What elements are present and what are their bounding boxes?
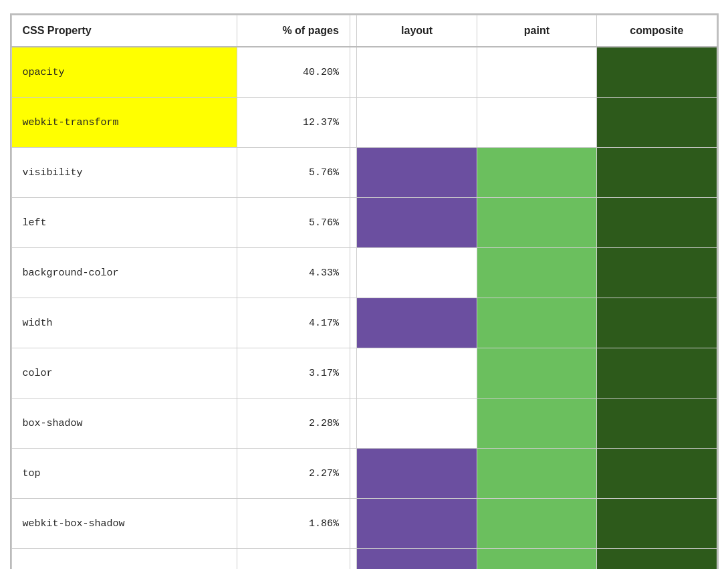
header-property: CSS Property (11, 15, 237, 47)
property-cell: height (11, 549, 237, 570)
gap-cell (350, 198, 357, 248)
gap-cell (350, 399, 357, 449)
paint-cell (477, 499, 596, 549)
layout-cell (357, 298, 477, 348)
percent-cell: 4.17% (237, 298, 350, 348)
paint-cell (477, 198, 596, 248)
layout-cell (357, 348, 477, 399)
paint-cell (477, 47, 596, 98)
property-cell: top (11, 449, 237, 499)
composite-cell (597, 499, 717, 549)
property-cell: webkit-box-shadow (11, 499, 237, 549)
paint-cell (477, 248, 596, 298)
layout-cell (357, 499, 477, 549)
percent-cell: 1.86% (237, 499, 350, 549)
property-cell: visibility (11, 148, 237, 198)
gap-cell (350, 348, 357, 399)
property-cell: left (11, 198, 237, 248)
table-row: top2.27% (11, 449, 717, 499)
gap-cell (350, 499, 357, 549)
composite-cell (597, 198, 717, 248)
composite-cell (597, 148, 717, 198)
percent-cell: 2.28% (237, 399, 350, 449)
composite-cell (597, 298, 717, 348)
percent-cell: 12.37% (237, 98, 350, 148)
layout-cell (357, 198, 477, 248)
header-composite: composite (597, 15, 717, 47)
property-cell: color (11, 348, 237, 399)
paint-cell (477, 449, 596, 499)
paint-cell (477, 549, 596, 570)
table-row: box-shadow2.28% (11, 399, 717, 449)
table-row: opacity40.20% (11, 47, 717, 98)
gap-cell (350, 98, 357, 148)
table-row: height1.57% (11, 549, 717, 570)
composite-cell (597, 248, 717, 298)
layout-cell (357, 47, 477, 98)
header-pages: % of pages (237, 15, 350, 47)
property-cell: background-color (11, 248, 237, 298)
gap-cell (350, 549, 357, 570)
percent-cell: 40.20% (237, 47, 350, 98)
table-row: webkit-box-shadow1.86% (11, 499, 717, 549)
layout-cell (357, 148, 477, 198)
layout-cell (357, 98, 477, 148)
composite-cell (597, 549, 717, 570)
composite-cell (597, 47, 717, 98)
layout-cell (357, 549, 477, 570)
table-header-row: CSS Property % of pages layout paint com… (11, 15, 717, 47)
paint-cell (477, 98, 596, 148)
paint-cell (477, 348, 596, 399)
table-row: width4.17% (11, 298, 717, 348)
gap-cell (350, 148, 357, 198)
percent-cell: 5.76% (237, 148, 350, 198)
layout-cell (357, 399, 477, 449)
layout-cell (357, 248, 477, 298)
property-cell: webkit-transform (11, 98, 237, 148)
gap-cell (350, 248, 357, 298)
property-cell: width (11, 298, 237, 348)
composite-cell (597, 348, 717, 399)
table-row: color3.17% (11, 348, 717, 399)
paint-cell (477, 399, 596, 449)
table-row: background-color4.33% (11, 248, 717, 298)
percent-cell: 2.27% (237, 449, 350, 499)
table-row: visibility5.76% (11, 148, 717, 198)
property-cell: opacity (11, 47, 237, 98)
property-cell: box-shadow (11, 399, 237, 449)
percent-cell: 4.33% (237, 248, 350, 298)
paint-cell (477, 148, 596, 198)
composite-cell (597, 98, 717, 148)
composite-cell (597, 399, 717, 449)
css-properties-table: CSS Property % of pages layout paint com… (11, 15, 717, 569)
percent-cell: 3.17% (237, 348, 350, 399)
percent-cell: 1.57% (237, 549, 350, 570)
layout-cell (357, 449, 477, 499)
percent-cell: 5.76% (237, 198, 350, 248)
table-row: webkit-transform12.37% (11, 98, 717, 148)
header-paint: paint (477, 15, 596, 47)
gap-cell (350, 298, 357, 348)
header-layout: layout (357, 15, 477, 47)
paint-cell (477, 298, 596, 348)
table-row: left5.76% (11, 198, 717, 248)
gap-cell (350, 449, 357, 499)
header-spacer (350, 15, 357, 47)
composite-cell (597, 449, 717, 499)
main-table-wrapper: CSS Property % of pages layout paint com… (10, 13, 719, 569)
gap-cell (350, 47, 357, 98)
